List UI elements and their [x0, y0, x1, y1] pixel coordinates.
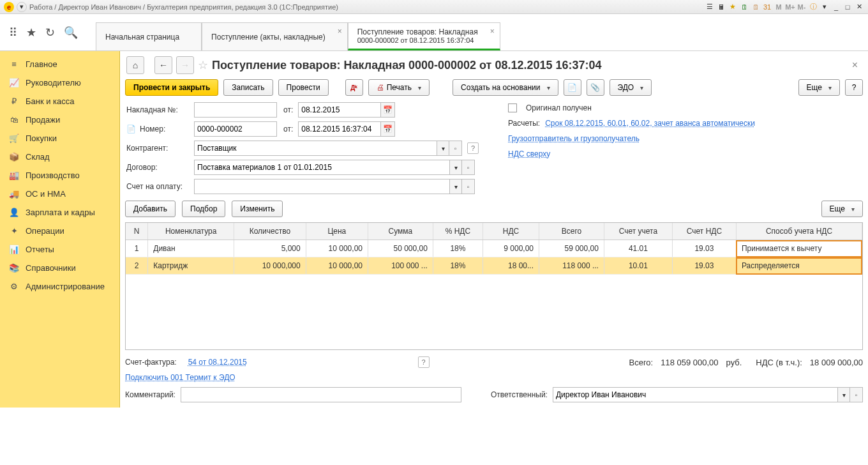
tab-receipts[interactable]: Поступление (акты, накладные)×: [202, 22, 348, 50]
window-min-icon[interactable]: _: [831, 2, 841, 12]
sidebar-item[interactable]: 🛒Покупки: [0, 129, 119, 148]
col-header[interactable]: НДС: [483, 223, 539, 240]
gruz-link[interactable]: Грузоотправитель и грузополучатель: [508, 134, 640, 143]
resp-input[interactable]: [553, 387, 837, 402]
open-icon[interactable]: ▫: [449, 141, 462, 156]
contragent-input[interactable]: [194, 141, 437, 156]
table-row[interactable]: 2Картридж10 000,00010 000,00100 000 ...1…: [126, 257, 862, 275]
dropdown-icon[interactable]: ▾: [449, 160, 462, 175]
window-max-icon[interactable]: □: [842, 2, 853, 12]
cell[interactable]: 2: [126, 257, 148, 275]
date1-input[interactable]: [298, 102, 381, 118]
table-row[interactable]: 1Диван5,00010 000,0050 000,0018%9 000,00…: [126, 240, 862, 257]
col-header[interactable]: Цена: [306, 223, 368, 240]
sidebar-item[interactable]: 🏭Производство: [0, 166, 119, 185]
help-icon[interactable]: ?: [418, 356, 430, 368]
cell[interactable]: 118 000 ...: [539, 257, 604, 275]
tb-ico-2[interactable]: 🖩: [716, 2, 726, 12]
sidebar-item[interactable]: 🛍Продажи: [0, 111, 119, 129]
schet-input[interactable]: [194, 179, 449, 194]
cell[interactable]: 19.03: [672, 240, 736, 257]
sidebar-item[interactable]: 📈Руководителю: [0, 73, 119, 92]
calendar-icon[interactable]: 📅: [381, 102, 395, 118]
edo-connect-link[interactable]: Подключить 001 Термит к ЭДО: [125, 373, 236, 382]
back-button[interactable]: ←: [154, 56, 172, 74]
col-header[interactable]: % НДС: [433, 223, 483, 240]
create-based-button[interactable]: Создать на основании: [453, 79, 558, 96]
sidebar-item[interactable]: ✦Операции: [0, 222, 119, 240]
naklad-input[interactable]: [194, 102, 277, 118]
favorite-icon[interactable]: ☆: [198, 58, 208, 72]
tb-ico-1[interactable]: ☰: [705, 2, 715, 12]
col-header[interactable]: Количество: [234, 223, 306, 240]
cell[interactable]: 18 00...: [483, 257, 539, 275]
tab-home[interactable]: Начальная страница: [96, 22, 202, 50]
cell[interactable]: 10 000,00: [306, 240, 368, 257]
search-icon[interactable]: 🔍: [64, 26, 78, 40]
col-header[interactable]: Счет учета: [604, 223, 672, 240]
tab-close-icon[interactable]: ×: [490, 27, 495, 36]
cell[interactable]: Распределяется: [736, 257, 862, 275]
cell[interactable]: 10.01: [604, 257, 672, 275]
cell[interactable]: 19.03: [672, 257, 736, 275]
original-checkbox[interactable]: [508, 103, 517, 112]
cell[interactable]: 41.01: [604, 240, 672, 257]
dropdown-icon[interactable]: ▾: [437, 141, 449, 156]
more-button[interactable]: Еще: [798, 79, 840, 96]
tb-mminus[interactable]: M-: [797, 2, 807, 12]
sidebar-item[interactable]: ₽Банк и касса: [0, 92, 119, 111]
sf-link[interactable]: 54 от 08.12.2015: [188, 358, 247, 367]
window-close-icon[interactable]: ✕: [854, 2, 864, 12]
col-header[interactable]: Всего: [539, 223, 604, 240]
tb-dd-icon[interactable]: ▾: [819, 2, 830, 12]
change-button[interactable]: Изменить: [232, 201, 283, 217]
sidebar-item[interactable]: 🚚ОС и НМА: [0, 185, 119, 203]
tb-ico-6[interactable]: 31: [762, 2, 772, 12]
sidebar-item[interactable]: ⚙Администрирование: [0, 277, 119, 296]
page-close-icon[interactable]: ×: [848, 59, 862, 71]
cell[interactable]: 100 000 ...: [368, 257, 433, 275]
help-button[interactable]: ?: [845, 79, 863, 96]
col-header[interactable]: Способ учета НДС: [736, 223, 862, 240]
num-input[interactable]: [194, 121, 277, 137]
print-button[interactable]: 🖨 Печать: [368, 79, 430, 96]
edo-button[interactable]: ЭДО: [610, 79, 652, 96]
tb-ico-3[interactable]: ★: [728, 2, 738, 12]
nds-link[interactable]: НДС сверху: [508, 149, 550, 158]
dogovor-input[interactable]: [194, 160, 449, 175]
history-icon[interactable]: ↻: [45, 26, 55, 40]
write-button[interactable]: Записать: [223, 79, 273, 96]
cell[interactable]: 50 000,00: [368, 240, 433, 257]
tb-mplus[interactable]: M+: [785, 2, 795, 12]
col-header[interactable]: Сумма: [368, 223, 433, 240]
tb-ico-5[interactable]: 🗓: [751, 2, 761, 12]
open-icon[interactable]: ▫: [850, 387, 863, 402]
col-header[interactable]: Счет НДС: [672, 223, 736, 240]
cell[interactable]: 5,000: [234, 240, 306, 257]
cell[interactable]: 10 000,00: [306, 257, 368, 275]
col-header[interactable]: Номенклатура: [148, 223, 234, 240]
cell[interactable]: 1: [126, 240, 148, 257]
cell[interactable]: 18%: [433, 257, 483, 275]
open-icon[interactable]: ▫: [462, 179, 475, 194]
tab-close-icon[interactable]: ×: [338, 27, 342, 36]
calendar-icon[interactable]: 📅: [381, 121, 395, 137]
cell[interactable]: 10 000,000: [234, 257, 306, 275]
tb-ico-4[interactable]: 🗓: [739, 2, 749, 12]
tb-m[interactable]: M: [774, 2, 784, 12]
sidebar-item[interactable]: 📊Отчеты: [0, 240, 119, 259]
cell[interactable]: 59 000,00: [539, 240, 604, 257]
post-button[interactable]: Провести: [278, 79, 329, 96]
dropdown-icon[interactable]: ▾: [17, 2, 27, 12]
comment-input[interactable]: [181, 387, 461, 402]
col-header[interactable]: N: [126, 223, 148, 240]
cell[interactable]: Диван: [148, 240, 234, 257]
sidebar-item[interactable]: 📦Склад: [0, 148, 119, 166]
sidebar-item[interactable]: 👤Зарплата и кадры: [0, 203, 119, 222]
post-and-close-button[interactable]: Провести и закрыть: [125, 79, 218, 96]
raschety-link[interactable]: Срок 08.12.2015, 60.01, 60.02, зачет ава…: [545, 119, 755, 128]
attach-button[interactable]: 📎: [587, 79, 604, 96]
dropdown-icon[interactable]: ▾: [449, 179, 462, 194]
cell[interactable]: Картридж: [148, 257, 234, 275]
cell[interactable]: Принимается к вычету: [736, 240, 862, 257]
